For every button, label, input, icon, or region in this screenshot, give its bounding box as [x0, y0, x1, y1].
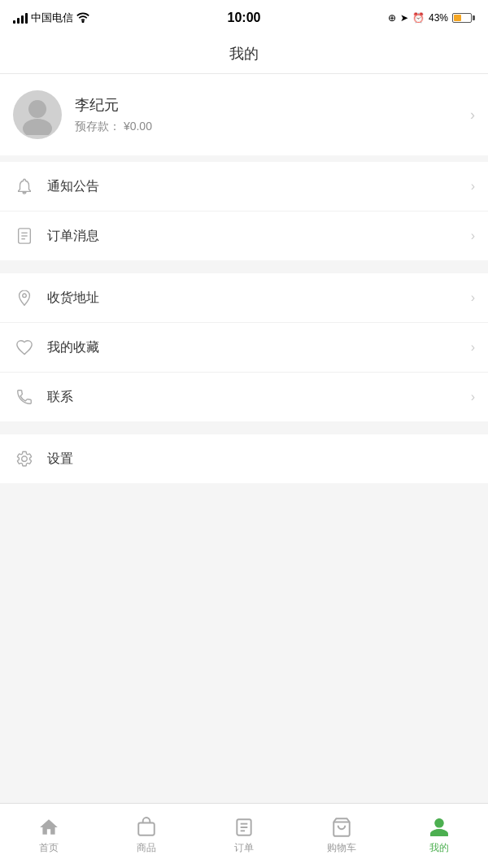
contact-chevron-icon: › — [471, 390, 475, 404]
status-left: 中国电信 — [13, 11, 89, 25]
menu-item-order-msg[interactable]: 订单消息 › — [0, 212, 488, 260]
profile-chevron-icon: › — [470, 107, 475, 124]
notice-label: 通知公告 — [47, 178, 471, 195]
svg-rect-7 — [138, 823, 155, 835]
battery-label: 43% — [429, 12, 448, 24]
location-icon: ⊕ — [388, 12, 396, 24]
tab-shop[interactable]: 商品 — [98, 804, 195, 868]
gear-icon — [13, 447, 36, 470]
list-icon — [233, 817, 255, 838]
tab-bar: 首页 商品 订单 购物车 — [0, 803, 488, 868]
menu-item-contact[interactable]: 联系 › — [0, 373, 488, 421]
bag-icon — [136, 817, 157, 838]
profile-name: 李纪元 — [75, 95, 470, 115]
menu-group-1: 通知公告 › 订单消息 › — [0, 162, 488, 260]
person-icon — [429, 817, 450, 838]
menu-item-favorites[interactable]: 我的收藏 › — [0, 323, 488, 373]
address-chevron-icon: › — [471, 290, 475, 305]
phone-icon — [13, 386, 36, 408]
menu-group-2: 收货地址 › 我的收藏 › 联系 › — [0, 273, 488, 421]
avatar — [13, 90, 62, 139]
tab-shop-label: 商品 — [137, 841, 156, 855]
carrier-label: 中国电信 — [31, 11, 73, 25]
wifi-icon — [76, 11, 89, 25]
address-label: 收货地址 — [47, 290, 471, 307]
signal-icon — [13, 12, 28, 24]
profile-section[interactable]: 李纪元 预存款： ¥0.00 › — [0, 74, 488, 162]
document-icon — [13, 225, 36, 247]
battery-icon — [452, 13, 475, 23]
tab-cart[interactable]: 购物车 — [293, 804, 390, 868]
navigation-icon: ➤ — [400, 12, 408, 24]
favorites-chevron-icon: › — [471, 340, 475, 355]
favorites-label: 我的收藏 — [47, 339, 471, 356]
cart-icon — [331, 817, 352, 838]
status-time: 10:00 — [228, 11, 261, 25]
tab-mine-label: 我的 — [429, 841, 449, 855]
menu-group-3: 设置 — [0, 434, 488, 483]
svg-point-0 — [82, 20, 84, 22]
menu-item-notice[interactable]: 通知公告 › — [0, 162, 488, 212]
tab-orders-label: 订单 — [234, 841, 254, 855]
profile-info: 李纪元 预存款： ¥0.00 — [75, 95, 470, 134]
tab-home-label: 首页 — [39, 841, 59, 855]
tab-orders[interactable]: 订单 — [195, 804, 293, 868]
bell-icon — [13, 175, 36, 198]
settings-label: 设置 — [47, 451, 475, 468]
page-header: 我的 — [0, 36, 488, 74]
order-msg-label: 订单消息 — [47, 228, 471, 245]
profile-balance: 预存款： ¥0.00 — [75, 120, 470, 134]
empty-area — [0, 490, 488, 652]
separator-1 — [0, 267, 488, 273]
tab-mine[interactable]: 我的 — [390, 804, 488, 868]
location-pin-icon — [13, 286, 36, 309]
page-title: 我的 — [229, 46, 259, 62]
contact-label: 联系 — [47, 389, 471, 406]
menu-item-address[interactable]: 收货地址 › — [0, 273, 488, 323]
home-icon — [38, 817, 59, 838]
alarm-icon: ⏰ — [412, 12, 425, 24]
notice-chevron-icon: › — [471, 179, 475, 194]
order-msg-chevron-icon: › — [471, 229, 475, 243]
tab-cart-label: 购物车 — [327, 841, 356, 855]
menu-item-settings[interactable]: 设置 — [0, 434, 488, 483]
status-right: ⊕ ➤ ⏰ 43% — [388, 12, 475, 24]
tab-home[interactable]: 首页 — [0, 804, 98, 868]
status-bar: 中国电信 10:00 ⊕ ➤ ⏰ 43% — [0, 0, 488, 36]
separator-2 — [0, 428, 488, 434]
heart-icon — [13, 336, 36, 359]
svg-point-2 — [23, 119, 52, 135]
svg-point-1 — [28, 100, 46, 118]
